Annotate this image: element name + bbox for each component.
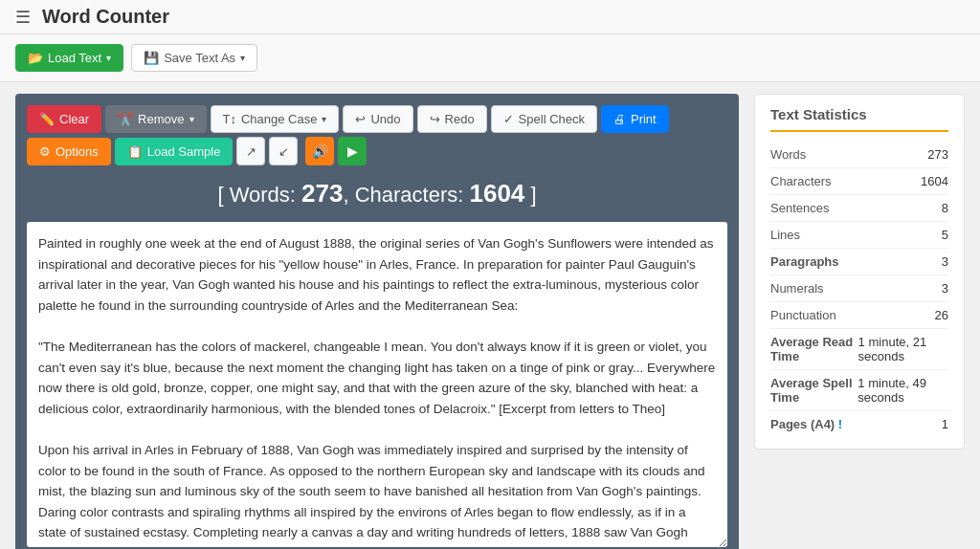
play-icon-button[interactable]: ▶ — [338, 137, 367, 165]
hamburger-icon[interactable]: ☰ — [15, 7, 31, 28]
stats-label-pages: Pages (A4) ! — [770, 417, 842, 431]
editor-textarea[interactable]: Painted in roughly one week at the end o… — [27, 222, 727, 547]
stats-row-punctuation: Punctuation 26 — [770, 302, 948, 329]
stats-value-characters: 1604 — [921, 174, 948, 188]
word-count-number: 273 — [301, 179, 343, 208]
expand-icon-button[interactable]: ↗ — [236, 137, 265, 165]
top-bar: ☰ Word Counter — [0, 0, 980, 34]
stats-value-paragraphs: 3 — [942, 254, 948, 269]
stats-label-avg-spell-time: Average Spell Time — [770, 376, 858, 405]
stats-row-pages: Pages (A4) ! 1 — [770, 411, 948, 437]
stats-label-lines: Lines — [770, 228, 800, 242]
app-title: Word Counter — [42, 6, 169, 28]
options-icon: ⚙ — [39, 144, 51, 159]
stats-value-avg-spell-time: 1 minute, 49 seconds — [858, 376, 948, 405]
undo-button[interactable]: ↩ Undo — [343, 105, 412, 133]
options-button[interactable]: ⚙ Options — [27, 138, 111, 165]
spell-check-icon: ✓ — [503, 112, 514, 126]
stats-row-paragraphs: Paragraphs 3 — [770, 249, 948, 275]
change-case-dropdown-arrow: ▾ — [322, 114, 326, 124]
save-icon: 💾 — [144, 51, 159, 65]
stats-value-punctuation: 26 — [935, 308, 948, 322]
save-text-dropdown-arrow: ▾ — [240, 53, 245, 63]
save-text-button[interactable]: 💾 Save Text As ▾ — [131, 44, 257, 72]
stats-value-lines: 5 — [942, 228, 948, 242]
editor-panel: ✏️ Clear ✂️ Remove ▾ T↕ Change Case ▾ ↩ … — [15, 94, 739, 549]
editor-toolbar: ✏️ Clear ✂️ Remove ▾ T↕ Change Case ▾ ↩ … — [27, 105, 727, 165]
stats-label-words: Words — [770, 147, 806, 162]
stats-label-sentences: Sentences — [770, 201, 829, 215]
remove-dropdown-arrow: ▾ — [189, 114, 194, 124]
print-button[interactable]: 🖨 Print — [601, 105, 669, 133]
clear-icon: ✏️ — [39, 112, 55, 126]
stats-value-numerals: 3 — [942, 281, 948, 296]
remove-button[interactable]: ✂️ Remove ▾ — [105, 105, 206, 133]
stats-label-characters: Characters — [770, 174, 832, 188]
stats-value-avg-read-time: 1 minute, 21 seconds — [858, 335, 948, 363]
stats-title: Text Statistics — [770, 106, 948, 132]
main-content: ✏️ Clear ✂️ Remove ▾ T↕ Change Case ▾ ↩ … — [0, 82, 980, 549]
load-text-label: Load Text — [48, 51, 101, 65]
stats-row-words: Words 273 — [770, 142, 948, 168]
folder-icon: 📂 — [28, 51, 43, 65]
stats-row-avg-read-time: Average Read Time 1 minute, 21 seconds — [770, 329, 948, 370]
stats-row-lines: Lines 5 — [770, 222, 948, 249]
chars-count-number: 1604 — [469, 179, 524, 208]
stats-card: Text Statistics Words 273 Characters 160… — [754, 94, 965, 450]
stats-label-punctuation: Punctuation — [770, 308, 836, 322]
redo-button[interactable]: ↪ Redo — [417, 105, 487, 133]
load-text-dropdown-arrow: ▾ — [106, 53, 111, 63]
main-toolbar: 📂 Load Text ▾ 💾 Save Text As ▾ — [0, 34, 980, 82]
stats-row-numerals: Numerals 3 — [770, 275, 948, 302]
word-count-text: [ Words: — [217, 183, 301, 207]
load-sample-button[interactable]: 📋 Load Sample — [115, 138, 234, 165]
undo-icon: ↩ — [355, 112, 366, 126]
stats-value-sentences: 8 — [942, 201, 948, 215]
stats-row-avg-spell-time: Average Spell Time 1 minute, 49 seconds — [770, 370, 948, 411]
load-sample-icon: 📋 — [127, 144, 143, 159]
print-icon: 🖨 — [613, 112, 626, 126]
stats-value-pages: 1 — [942, 417, 948, 431]
closing-bracket: ] — [524, 183, 536, 207]
stats-label-numerals: Numerals — [770, 281, 824, 296]
save-text-label: Save Text As — [164, 51, 235, 65]
chars-count-text: , Characters: — [343, 183, 469, 207]
speaker-icon-button[interactable]: 🔊 — [305, 137, 334, 165]
stats-label-avg-read-time: Average Read Time — [770, 335, 858, 363]
collapse-icon-button[interactable]: ↙ — [269, 137, 298, 165]
load-text-button[interactable]: 📂 Load Text ▾ — [15, 44, 123, 72]
remove-icon: ✂️ — [118, 112, 133, 126]
clear-button[interactable]: ✏️ Clear — [27, 105, 101, 133]
stats-value-words: 273 — [927, 147, 948, 162]
redo-icon: ↪ — [430, 112, 440, 126]
change-case-icon: T↕ — [223, 112, 236, 126]
stats-row-characters: Characters 1604 — [770, 168, 948, 195]
stats-row-sentences: Sentences 8 — [770, 195, 948, 222]
stats-panel: Text Statistics Words 273 Characters 160… — [754, 94, 965, 549]
spell-check-button[interactable]: ✓ Spell Check — [491, 105, 597, 133]
word-count-display: [ Words: 273, Characters: 1604 ] — [27, 173, 727, 214]
stats-label-paragraphs: Paragraphs — [770, 254, 839, 269]
change-case-button[interactable]: T↕ Change Case ▾ — [211, 105, 340, 133]
